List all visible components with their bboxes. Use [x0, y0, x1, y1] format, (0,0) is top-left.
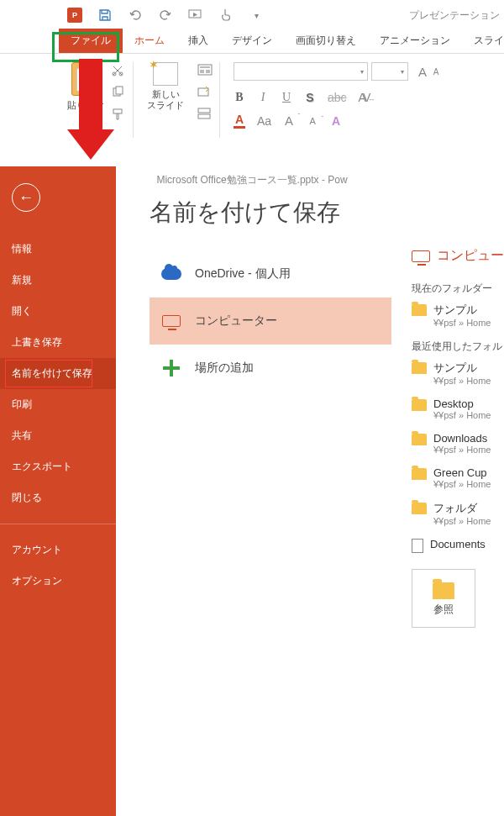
back-button[interactable]: ← — [12, 183, 40, 212]
grow-font-icon[interactable]: A — [417, 65, 428, 79]
save-onedrive[interactable]: OneDrive - 個人用 — [150, 250, 391, 297]
bs-save[interactable]: 上書き保存 — [0, 327, 116, 358]
svg-rect-5 — [113, 109, 122, 113]
backstage-view: Microsoft Office勉強コース一覧.pptx - Pow ← 情報 … — [0, 166, 504, 816]
bs-print[interactable]: 印刷 — [0, 389, 116, 420]
folder-path: ¥¥psf » Home — [433, 318, 491, 328]
add-place-icon — [161, 360, 181, 376]
svg-rect-7 — [200, 66, 210, 68]
save-right-panel: コンピュー 現在のフォルダー サンプル ¥¥psf » Home 最近使用したフ… — [412, 247, 504, 628]
new-slide-button[interactable]: 新しい スライド — [140, 59, 191, 146]
font-color-button[interactable]: A — [234, 113, 245, 129]
bs-share[interactable]: 共有 — [0, 420, 116, 451]
folder-row[interactable]: Desktop ¥¥psf » Home — [412, 397, 504, 420]
svg-rect-12 — [198, 114, 210, 118]
folder-icon — [412, 468, 427, 480]
touch-mode-icon[interactable] — [218, 8, 234, 23]
reset-icon[interactable] — [197, 86, 213, 99]
folder-path: ¥¥psf » Home — [433, 516, 491, 526]
folder-row[interactable]: フォルダ ¥¥psf » Home — [412, 501, 504, 526]
layout-icon[interactable] — [197, 64, 213, 77]
bs-saveas[interactable]: 名前を付けて保存 — [0, 358, 116, 389]
save-addplace[interactable]: 場所の追加 — [150, 345, 391, 392]
bs-info[interactable]: 情報 — [0, 234, 116, 265]
folder-icon — [412, 434, 427, 445]
browse-button[interactable]: 参照 — [412, 569, 475, 628]
undo-icon[interactable] — [128, 8, 143, 23]
font-group: ▾ ▾ A A B I U S abc AV↔ A Aa Aˆ Aˇ A — [227, 59, 449, 146]
folder-row[interactable]: サンプル ¥¥psf » Home — [412, 361, 504, 386]
computer-icon — [161, 313, 181, 329]
italic-button[interactable]: I — [257, 91, 269, 104]
text-shadow-button[interactable]: S — [304, 91, 316, 104]
bs-options[interactable]: オプション — [0, 566, 116, 597]
bs-new[interactable]: 新規 — [0, 265, 116, 296]
backstage-sidebar: ← 情報 新規 開く 上書き保存 名前を付けて保存 印刷 共有 エクスポート 閉… — [0, 166, 116, 816]
folder-path: ¥¥psf » Home — [433, 376, 491, 386]
slide-layout-group — [197, 59, 213, 146]
folder-icon — [412, 304, 427, 316]
clipboard-icon — [71, 62, 100, 96]
tab-insert[interactable]: 挿入 — [176, 29, 220, 53]
change-case-button[interactable]: Aa — [257, 114, 271, 128]
format-painter-icon[interactable] — [111, 108, 126, 121]
shrink-font-icon[interactable]: A — [430, 67, 442, 76]
new-slide-icon — [153, 62, 178, 86]
shrink-font-button[interactable]: Aˇ — [307, 116, 318, 126]
char-spacing-button[interactable]: AV↔ — [359, 91, 373, 104]
grow-font-button[interactable]: Aˆ — [283, 113, 295, 128]
tab-file[interactable]: ファイル — [59, 29, 123, 53]
svg-rect-11 — [198, 108, 210, 113]
document-icon — [412, 539, 423, 553]
title-bar-doc-type: プレゼンテーション — [409, 8, 500, 23]
tab-home[interactable]: ホーム — [123, 29, 176, 53]
folder-row[interactable]: Documents — [412, 538, 504, 552]
browse-label: 参照 — [433, 603, 454, 617]
copy-icon[interactable] — [111, 86, 126, 99]
clear-formatting-button[interactable]: A — [330, 114, 342, 128]
folder-row[interactable]: サンプル ¥¥psf » Home — [412, 303, 504, 328]
ribbon-home-body: 貼り付け 新しい スライド ▾ ▾ A A — [0, 54, 504, 146]
folder-name: サンプル — [433, 361, 491, 376]
bold-button[interactable]: B — [234, 91, 245, 104]
folder-name: フォルダ — [433, 501, 491, 516]
folder-open-icon — [433, 582, 454, 599]
recent-folders-label: 最近使用したフォル — [412, 340, 504, 354]
ribbon-area: P ▾ プレゼンテーション ファイル ホーム 挿入 デザイン 画面切り替え アニ… — [0, 0, 504, 166]
font-size-selector[interactable]: ▾ — [371, 62, 408, 81]
redo-icon[interactable] — [158, 8, 173, 23]
tab-slideshow[interactable]: スライド ショー — [462, 29, 504, 53]
svg-rect-8 — [200, 70, 204, 73]
clipboard-extras — [111, 59, 126, 146]
bs-open[interactable]: 開く — [0, 296, 116, 327]
folder-row[interactable]: Green Cup ¥¥psf » Home — [412, 466, 504, 489]
paste-label: 貼り付け — [67, 99, 104, 112]
slideshow-start-icon[interactable] — [188, 8, 203, 23]
bs-close[interactable]: 閉じる — [0, 482, 116, 513]
backstage-heading: 名前を付けて保存 — [150, 197, 504, 229]
paste-button[interactable]: 貼り付け — [67, 59, 104, 146]
bs-export[interactable]: エクスポート — [0, 451, 116, 482]
bs-saveas-label: 名前を付けて保存 — [12, 367, 92, 379]
folder-row[interactable]: Downloads ¥¥psf » Home — [412, 432, 504, 455]
cut-icon[interactable] — [111, 64, 126, 77]
powerpoint-app-icon: P — [67, 8, 82, 23]
qat-customize-icon[interactable]: ▾ — [249, 8, 264, 23]
bs-account[interactable]: アカウント — [0, 534, 116, 566]
font-family-selector[interactable]: ▾ — [234, 62, 368, 81]
onedrive-label: OneDrive - 個人用 — [195, 266, 291, 282]
section-icon[interactable] — [197, 108, 213, 121]
backstage-main: 名前を付けて保存 OneDrive - 個人用 コンピューター 場所の追加 コン… — [116, 166, 504, 816]
addplace-label: 場所の追加 — [195, 361, 254, 376]
underline-button[interactable]: U — [281, 91, 292, 104]
tab-animations[interactable]: アニメーション — [368, 29, 462, 53]
folder-path: ¥¥psf » Home — [433, 410, 491, 420]
save-computer[interactable]: コンピューター — [150, 297, 391, 345]
tab-transitions[interactable]: 画面切り替え — [284, 29, 368, 53]
tab-design[interactable]: デザイン — [220, 29, 284, 53]
strikethrough-button[interactable]: abc — [328, 91, 347, 104]
folder-icon — [412, 399, 427, 411]
right-panel-title: コンピュー — [412, 247, 504, 265]
save-icon[interactable] — [97, 8, 113, 23]
svg-rect-10 — [198, 88, 208, 96]
